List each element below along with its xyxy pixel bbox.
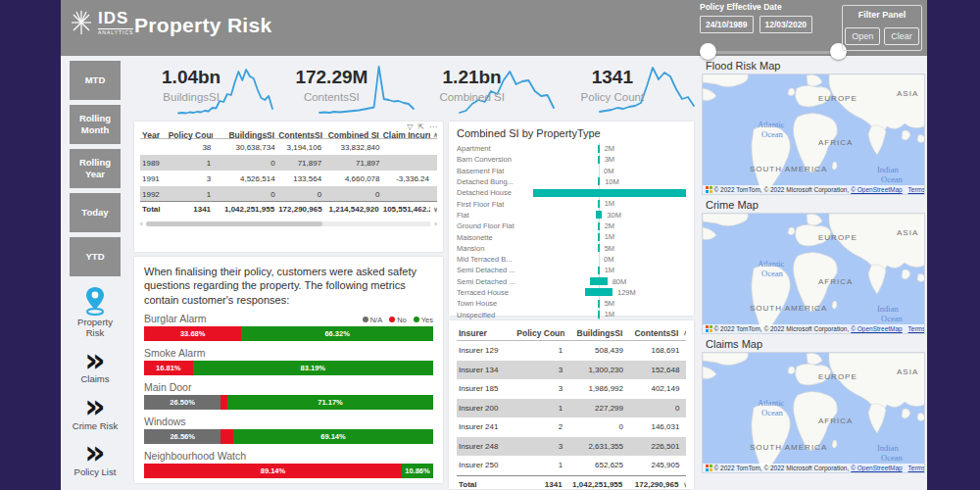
time-filter-button-rolling-month[interactable]: Rolling Month <box>70 105 121 144</box>
kpi-combined-si[interactable]: 1.21bnCombined SI <box>416 59 556 120</box>
property-bar[interactable] <box>598 267 599 274</box>
bar-segment-red[interactable]: 16.81% <box>144 361 193 375</box>
filter-open-button[interactable]: Open <box>845 27 880 45</box>
scroll-right-arrow[interactable]: › <box>434 220 437 228</box>
stacked-bar[interactable]: 26.50%71.17% <box>144 395 433 410</box>
scroll-left-arrow[interactable]: ‹ <box>140 220 143 228</box>
property-bar-row[interactable]: Barn Conversion3M <box>457 154 686 165</box>
map-canvas[interactable]: EUROPE AFRICA SOUTH AMERICA ASIA Atlanti… <box>702 213 925 334</box>
column-header-combined-si[interactable]: Combined SI <box>323 128 381 142</box>
property-bar[interactable] <box>598 200 599 208</box>
openstreetmap-link[interactable]: © OpenStreetMap <box>851 325 902 332</box>
property-bar-row[interactable]: Unspecified1M <box>457 309 686 319</box>
bar-segment-red[interactable]: 89.14% <box>144 464 402 478</box>
bar-segment-green[interactable]: 10.86% <box>402 464 433 478</box>
property-bar-row[interactable]: Maisonette1M <box>457 231 686 242</box>
sidebar-item-claims[interactable]: »Claims <box>61 348 129 385</box>
property-bar[interactable] <box>598 177 600 185</box>
table-row[interactable]: Insurer 24120146,031 <box>457 417 686 437</box>
property-bar-row[interactable]: Town House5M <box>457 298 686 309</box>
bar-segment-green[interactable]: 71.17% <box>227 395 433 410</box>
terms-link[interactable]: Terms <box>908 325 925 332</box>
property-bar-row[interactable]: Mid Terraced B...0M <box>457 254 686 265</box>
bar-segment-gray[interactable]: 26.50% <box>144 395 220 410</box>
table-row[interactable]: 19891071,89771,897 <box>140 155 437 171</box>
table-row[interactable]: Insurer 18531,986,992402,149 <box>457 379 686 399</box>
property-bar[interactable] <box>590 277 607 285</box>
table-row[interactable]: 19921000 <box>140 186 437 201</box>
property-bar[interactable] <box>533 189 686 197</box>
column-header-insurer[interactable]: Insurer <box>457 326 514 340</box>
property-bar-row[interactable]: Basement Flat0M <box>457 166 686 176</box>
column-header-contentssi[interactable]: ContentsSI <box>276 128 322 142</box>
date-start-input[interactable]: 24/10/1989 <box>700 16 754 33</box>
property-bar[interactable] <box>598 300 599 308</box>
column-header-policy-count[interactable]: Policy Count <box>514 326 564 340</box>
property-bar[interactable] <box>598 222 599 230</box>
stacked-bar[interactable]: 16.81%83.19% <box>144 361 433 375</box>
property-bar-row[interactable]: Terraced House129M <box>457 287 686 298</box>
property-bar[interactable] <box>596 211 602 219</box>
property-bar-row[interactable]: Flat30M <box>457 210 686 220</box>
kpi-contentssi[interactable]: 172.29MContentsSI <box>274 59 415 120</box>
property-bar-row[interactable]: Semi Detached ...1M <box>457 265 686 275</box>
table-row[interactable]: Insurer 2501652,625245,905 <box>457 456 686 475</box>
property-bar-row[interactable]: Mansion5M <box>457 243 686 254</box>
slider-track[interactable] <box>708 51 839 54</box>
column-header-year[interactable]: Year <box>140 128 167 142</box>
time-filter-button-mtd[interactable]: MTD <box>70 61 121 100</box>
time-filter-button-rolling-year[interactable]: Rolling Year <box>70 149 121 188</box>
openstreetmap-link[interactable]: © OpenStreetMap <box>851 186 902 193</box>
bar-segment-green[interactable]: 69.14% <box>233 429 433 444</box>
property-bar-row[interactable]: First Floor Flat1M <box>457 198 686 209</box>
table-row[interactable]: Insurer 24832,631,355226,501 <box>457 437 686 457</box>
scroll-down-arrow[interactable]: ∨ <box>431 204 437 216</box>
time-filter-button-ytd[interactable]: YTD <box>70 237 121 276</box>
kpi-buildingssi[interactable]: 1.04bnBuildingsSI <box>134 59 274 120</box>
property-bar[interactable] <box>585 288 612 296</box>
table-row[interactable]: Insurer 2001227,2990 <box>457 399 686 418</box>
property-bar-row[interactable]: Detached Bung...10M <box>457 176 686 187</box>
table-row[interactable]: Insurer 13431,300,230152,648 <box>457 361 686 380</box>
property-bar-row[interactable]: Ground Floor Flat2M <box>457 220 686 231</box>
date-end-input[interactable]: 12/03/2020 <box>760 16 813 33</box>
column-header-contentssi[interactable]: ContentsSI <box>624 326 680 340</box>
scroll-up-arrow[interactable]: ∧ <box>681 327 686 339</box>
scroll-down-arrow[interactable]: ∨ <box>681 479 686 490</box>
column-header-buildingssi[interactable]: BuildingsSI <box>564 326 625 340</box>
more-options-icon[interactable]: ⋯ <box>429 122 437 131</box>
focus-mode-icon[interactable]: ⇱ <box>417 122 424 131</box>
sidebar-item-policy-list[interactable]: »Policy List <box>61 440 129 477</box>
terms-link[interactable]: Terms <box>908 465 925 471</box>
property-bar-row[interactable]: Detached House <box>457 187 686 198</box>
table-row[interactable]: Insurer 1291508,439168,691 <box>457 341 686 361</box>
property-bar-row[interactable]: Apartment2M <box>457 143 686 154</box>
openstreetmap-link[interactable]: © OpenStreetMap <box>851 465 902 471</box>
bar-segment-red[interactable] <box>220 429 233 444</box>
bar-segment-gray[interactable]: 26.56% <box>144 429 220 444</box>
property-bar[interactable] <box>598 244 599 252</box>
column-header-buildingssi[interactable]: BuildingsSI <box>213 128 276 142</box>
filter-icon[interactable]: ▽ <box>407 122 413 131</box>
bar-segment-red[interactable]: 33.68% <box>144 326 241 341</box>
terms-link[interactable]: Terms <box>908 186 925 193</box>
scrollbar-track[interactable] <box>146 221 432 226</box>
time-filter-button-today[interactable]: Today <box>70 193 121 232</box>
kpi-policy-count[interactable]: 1341Policy Count <box>556 59 696 120</box>
property-bar-row[interactable]: Semi Detached ...80M <box>457 276 686 287</box>
scrollbar-thumb[interactable] <box>146 221 323 226</box>
sidebar-item-crime-risk[interactable]: »Crime Risk <box>61 394 129 431</box>
bar-segment-green[interactable]: 83.19% <box>193 361 433 375</box>
slider-handle-start[interactable] <box>700 43 716 60</box>
map-canvas[interactable]: EUROPE AFRICA SOUTH AMERICA ASIA Atlanti… <box>702 74 925 195</box>
column-header-policy-count[interactable]: Policy Count <box>167 128 213 142</box>
stacked-bar[interactable]: 26.56%69.14% <box>144 429 433 444</box>
property-bar[interactable] <box>598 233 599 241</box>
table-row[interactable]: 199134,526,514133,5644,660,078-3,336.24 <box>140 171 437 186</box>
bar-segment-red[interactable] <box>220 395 227 410</box>
filter-clear-button[interactable]: Clear <box>884 27 919 45</box>
property-bar[interactable] <box>598 145 599 153</box>
stacked-bar[interactable]: 33.68%66.32% <box>144 326 433 341</box>
property-bar[interactable] <box>598 156 599 164</box>
bar-segment-green[interactable]: 66.32% <box>241 326 433 341</box>
